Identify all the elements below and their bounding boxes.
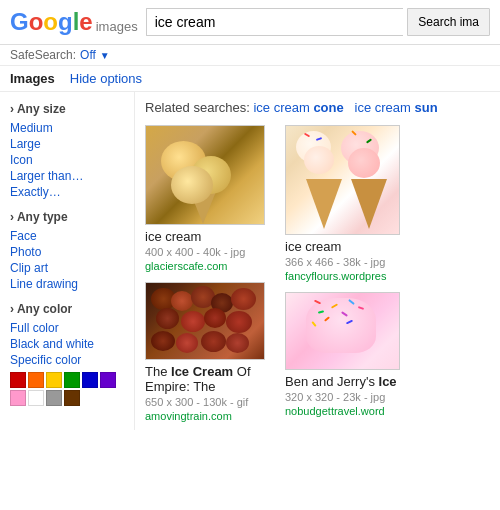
image-title-4: Ben and Jerry's Ice <box>285 374 490 389</box>
swatch-brown[interactable] <box>64 390 80 406</box>
safesearch-arrow: ▼ <box>100 50 110 61</box>
image-item-4: Ben and Jerry's Ice 320 x 320 - 23k - jp… <box>285 292 490 417</box>
logo-images-label: images <box>96 19 138 36</box>
content-area: Related searches: ice cream cone ice cre… <box>135 92 500 430</box>
sidebar-type-linedrawing[interactable]: Line drawing <box>10 276 134 292</box>
related-label: Related searches: <box>145 100 250 115</box>
image-meta-2: 366 x 466 - 38k - jpg <box>285 256 490 268</box>
sidebar-size-icon[interactable]: Icon <box>10 152 134 168</box>
image-item-2: ice cream 366 x 466 - 38k - jpg fancyflo… <box>285 125 490 282</box>
tab-bar: Images Hide options <box>0 66 500 92</box>
image-thumb-1[interactable] <box>145 125 265 225</box>
sidebar-size-larger[interactable]: Larger than… <box>10 168 134 184</box>
google-logo: Google <box>10 8 93 36</box>
swatch-red[interactable] <box>10 372 26 388</box>
sidebar-type-photo[interactable]: Photo <box>10 244 134 260</box>
swatch-gray[interactable] <box>46 390 62 406</box>
sidebar-size-large[interactable]: Large <box>10 136 134 152</box>
sidebar-type-face[interactable]: Face <box>10 228 134 244</box>
image-item-1: ice cream 400 x 400 - 40k - jpg glaciers… <box>145 125 275 272</box>
related-searches: Related searches: ice cream cone ice cre… <box>145 100 490 115</box>
sidebar-size-section[interactable]: › Any size <box>10 102 134 116</box>
sidebar: › Any size Medium Large Icon Larger than… <box>0 92 135 430</box>
image-source-2: fancyflours.wordpres <box>285 270 490 282</box>
image-thumb-2[interactable] <box>285 125 400 235</box>
color-swatches <box>10 372 120 406</box>
tab-hide-options[interactable]: Hide options <box>70 71 142 86</box>
image-thumb-3[interactable] <box>145 282 265 360</box>
sidebar-type-section[interactable]: › Any type <box>10 210 134 224</box>
image-source-3: amovingtrain.com <box>145 410 275 422</box>
tab-images[interactable]: Images <box>10 71 55 86</box>
swatch-purple[interactable] <box>100 372 116 388</box>
swatch-blue[interactable] <box>82 372 98 388</box>
safesearch-toggle[interactable]: Off <box>80 48 96 62</box>
image-meta-1: 400 x 400 - 40k - jpg <box>145 246 275 258</box>
image-meta-3: 650 x 300 - 130k - gif <box>145 396 275 408</box>
image-source-4: nobudgettravel.word <box>285 405 490 417</box>
sidebar-size-exactly[interactable]: Exactly… <box>10 184 134 200</box>
image-title-1: ice cream <box>145 229 275 244</box>
swatch-pink[interactable] <box>10 390 26 406</box>
sidebar-color-specific[interactable]: Specific color <box>10 352 134 368</box>
related-cone[interactable]: ice cream cone <box>253 100 343 115</box>
search-button[interactable]: Search ima <box>407 8 490 36</box>
safesearch-label: SafeSearch: <box>10 48 76 62</box>
image-source-1: glacierscafe.com <box>145 260 275 272</box>
image-col-left: ice cream 400 x 400 - 40k - jpg glaciers… <box>145 125 275 422</box>
image-title-2: ice cream <box>285 239 490 254</box>
image-item-3: The Ice Cream Of Empire: The 650 x 300 -… <box>145 282 275 422</box>
related-sun[interactable]: ice cream sun <box>355 100 438 115</box>
sidebar-type-clipart[interactable]: Clip art <box>10 260 134 276</box>
main-layout: › Any size Medium Large Icon Larger than… <box>0 92 500 430</box>
image-title-3: The Ice Cream Of Empire: The <box>145 364 275 394</box>
sidebar-size-medium[interactable]: Medium <box>10 120 134 136</box>
image-col-right: ice cream 366 x 466 - 38k - jpg fancyflo… <box>285 125 490 422</box>
sidebar-color-full[interactable]: Full color <box>10 320 134 336</box>
header: Google images Search ima <box>0 0 500 45</box>
search-bar: Search ima <box>146 8 490 36</box>
image-grid: ice cream 400 x 400 - 40k - jpg glaciers… <box>145 125 490 422</box>
swatch-green[interactable] <box>64 372 80 388</box>
image-meta-4: 320 x 320 - 23k - jpg <box>285 391 490 403</box>
sidebar-color-bw[interactable]: Black and white <box>10 336 134 352</box>
image-thumb-4[interactable] <box>285 292 400 370</box>
swatch-white[interactable] <box>28 390 44 406</box>
swatch-yellow[interactable] <box>46 372 62 388</box>
logo: Google images <box>10 8 138 36</box>
sidebar-color-section[interactable]: › Any color <box>10 302 134 316</box>
search-input[interactable] <box>146 8 404 36</box>
swatch-orange[interactable] <box>28 372 44 388</box>
safesearch-bar: SafeSearch: Off ▼ <box>0 45 500 66</box>
